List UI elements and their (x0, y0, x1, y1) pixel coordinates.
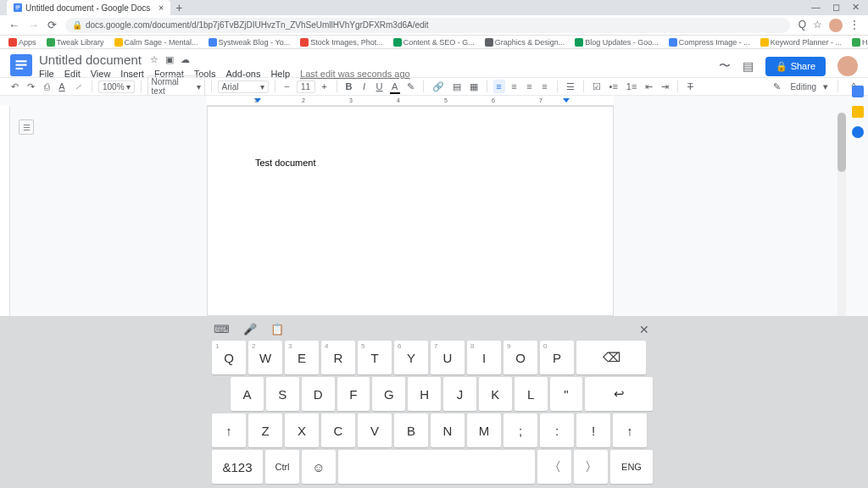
key-x[interactable]: X (285, 413, 319, 447)
bookmark-item[interactable]: Stock Images, Phot... (300, 38, 383, 47)
font-size-decrease[interactable]: − (281, 80, 293, 93)
number-list-icon[interactable]: 1≡ (624, 80, 640, 93)
paint-format-icon[interactable]: ⟋ (71, 80, 86, 93)
line-spacing-icon[interactable]: ☰ (564, 80, 577, 94)
menu-view[interactable]: View (91, 69, 111, 79)
menu-edit[interactable]: Edit (64, 69, 81, 79)
key-backspace[interactable]: ⌫ (576, 341, 646, 374)
align-center-icon[interactable]: ≡ (509, 80, 520, 93)
menu-insert[interactable]: Insert (120, 69, 144, 79)
zoom-dropdown[interactable]: 100%▾ (98, 80, 135, 93)
key-enter[interactable]: ↩ (585, 377, 653, 411)
bullet-list-icon[interactable]: •≡ (607, 80, 620, 93)
key-o[interactable]: 9O (504, 341, 537, 374)
voice-input-icon[interactable]: 🎤 (243, 323, 257, 336)
window-close[interactable]: ✕ (852, 2, 860, 13)
url-field[interactable]: 🔒 docs.google.com/document/d/1bp7j6TvBZj… (65, 18, 790, 33)
document-outline-button[interactable]: ☰ (19, 119, 34, 135)
key-u[interactable]: 7U (431, 341, 465, 374)
key-w[interactable]: 2W (248, 341, 282, 374)
key-"[interactable]: " (550, 377, 583, 411)
menu-file[interactable]: File (39, 69, 54, 79)
insert-link-icon[interactable]: 🔗 (430, 80, 447, 94)
key-i[interactable]: 8I (467, 341, 501, 374)
key-space[interactable] (338, 450, 535, 484)
key-ctrl[interactable]: Ctrl (265, 450, 299, 484)
key-language[interactable]: ENG (610, 450, 653, 484)
sync-icon[interactable]: Q (798, 19, 806, 32)
key-d[interactable]: D (302, 377, 335, 411)
key-q[interactable]: 1Q (212, 341, 246, 374)
redo-icon[interactable]: ↷ (25, 80, 37, 94)
browser-menu-icon[interactable]: ⋮ (849, 19, 860, 32)
profile-avatar[interactable] (829, 19, 843, 32)
clear-format-icon[interactable]: T (684, 80, 696, 93)
key-k[interactable]: K (479, 377, 512, 411)
key-v[interactable]: V (358, 413, 392, 447)
menu-add-ons[interactable]: Add-ons (225, 69, 260, 79)
italic-icon[interactable]: I (359, 80, 370, 93)
insert-image-icon[interactable]: ▦ (467, 80, 481, 94)
key-l[interactable]: L (515, 377, 548, 411)
key-z[interactable]: Z (248, 413, 282, 447)
key-punct[interactable]: ; (504, 413, 537, 447)
align-justify-icon[interactable]: ≡ (539, 80, 551, 93)
bookmark-item[interactable]: Apps (8, 38, 36, 47)
keyboard-close-icon[interactable]: ✕ (639, 323, 649, 336)
editing-mode-dropdown[interactable]: Editing (790, 82, 816, 92)
share-button[interactable]: 🔒 Share (765, 57, 826, 76)
text-color-icon[interactable]: A (389, 80, 401, 93)
new-tab-button[interactable]: + (175, 1, 182, 14)
comments-icon[interactable]: ▤ (743, 59, 754, 73)
key-t[interactable]: 5T (358, 341, 392, 374)
key-arrow-right[interactable]: 〉 (574, 450, 608, 484)
calendar-sidepanel-icon[interactable] (852, 86, 864, 97)
window-minimize[interactable]: — (811, 2, 821, 13)
print-icon[interactable]: ⎙ (41, 80, 53, 93)
highlight-icon[interactable]: ✎ (404, 80, 417, 94)
tasks-sidepanel-icon[interactable] (852, 126, 864, 138)
key-arrow-left[interactable]: 〈 (537, 450, 571, 484)
bookmark-item[interactable]: Calm Sage - Mental... (114, 38, 198, 47)
key-h[interactable]: H (408, 377, 441, 411)
nav-reload-icon[interactable]: ⟳ (47, 19, 57, 31)
account-avatar[interactable] (837, 56, 858, 76)
star-document-icon[interactable]: ☆ (150, 54, 159, 65)
bookmark-item[interactable]: Content & SEO - G... (393, 38, 475, 47)
key-f[interactable]: F (337, 377, 370, 411)
move-document-icon[interactable]: ▣ (165, 54, 174, 65)
key-c[interactable]: C (321, 413, 355, 447)
star-icon[interactable]: ☆ (813, 19, 822, 32)
vertical-scrollbar[interactable] (837, 113, 846, 316)
document-page[interactable]: Test document (207, 106, 614, 316)
key-g[interactable]: G (372, 377, 405, 411)
bookmark-item[interactable]: How to Change IP... (852, 38, 868, 47)
font-size-increase[interactable]: + (319, 80, 331, 93)
key-s[interactable]: S (266, 377, 299, 411)
key-emoji[interactable]: ☺ (302, 450, 336, 484)
key-a[interactable]: A (231, 377, 264, 411)
key-b[interactable]: B (394, 413, 428, 447)
underline-icon[interactable]: U (374, 80, 386, 93)
key-shift[interactable]: ↑ (212, 413, 246, 447)
key-p[interactable]: 0P (540, 341, 574, 374)
cloud-status-icon[interactable]: ☁ (181, 54, 190, 65)
bookmark-item[interactable]: Keyword Planner - ... (760, 38, 842, 47)
indent-increase-icon[interactable]: ⇥ (659, 80, 671, 94)
key-r[interactable]: 4R (321, 341, 355, 374)
undo-icon[interactable]: ↶ (8, 80, 21, 94)
tab-close-icon[interactable]: × (159, 3, 164, 13)
checklist-icon[interactable]: ☑ (590, 80, 604, 94)
activity-icon[interactable]: 〜 (719, 58, 731, 74)
bold-icon[interactable]: B (343, 80, 355, 93)
horizontal-ruler[interactable]: 1234567 (207, 96, 614, 106)
keyboard-layout-icon[interactable]: ⌨ (214, 323, 230, 336)
indent-decrease-icon[interactable]: ⇤ (643, 80, 655, 94)
document-title[interactable]: Untitled document (39, 53, 142, 67)
key-symbols[interactable]: &123 (212, 450, 263, 484)
font-dropdown[interactable]: Arial▾ (218, 80, 269, 93)
key-punct[interactable]: ! (576, 413, 610, 447)
bookmark-item[interactable]: Graphics & Design... (485, 38, 565, 47)
align-left-icon[interactable]: ≡ (493, 80, 505, 93)
last-edit-label[interactable]: Last edit was seconds ago (300, 69, 410, 79)
